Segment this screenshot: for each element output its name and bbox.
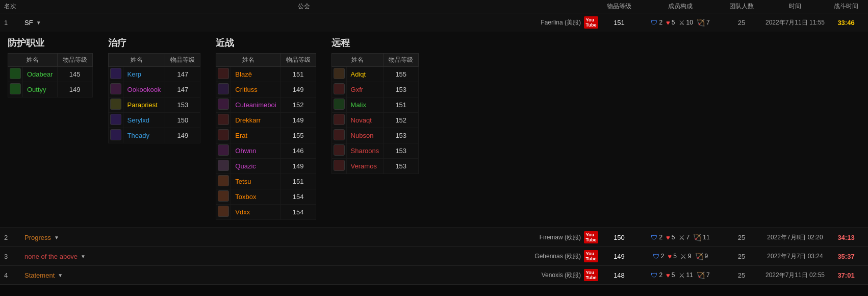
member-name[interactable]: Gxfr [346, 82, 384, 97]
ilvl-4: 148 [599, 272, 640, 279]
melee-title: 近战 [216, 37, 316, 49]
youtube-icon-2[interactable]: YouTube [583, 231, 599, 243]
tanks-col-name: 姓名 [8, 54, 58, 67]
member-name[interactable]: Novaqt [346, 113, 384, 128]
member-name[interactable]: Kerp [123, 67, 165, 82]
melee-count-4: 11 [686, 272, 693, 279]
class-icon [110, 129, 121, 140]
date-2: 2022年7月8日 02:20 [762, 233, 828, 242]
member-name[interactable]: Parapriest [123, 97, 165, 113]
member-name[interactable]: Nubson [346, 128, 384, 143]
member-ilvl: 149 [57, 82, 92, 97]
melee-count-3: 9 [688, 253, 692, 260]
shield-icon-1: 🛡 [651, 19, 657, 27]
member-icon-cell [108, 97, 123, 113]
melee-count-1: 10 [686, 19, 693, 26]
guild-name-1: SF ▼ [24, 19, 303, 27]
member-name[interactable]: Outtyy [23, 82, 58, 97]
guild-dropdown-3[interactable]: ▼ [81, 254, 86, 259]
table-row: Toxbox154 [216, 189, 316, 205]
guild-dropdown-4[interactable]: ▼ [58, 273, 63, 278]
rank-number-4: 4 [4, 272, 24, 279]
bow-icon-2: 🏹 [693, 234, 701, 241]
server-2: Firemaw (欧服) [303, 233, 584, 242]
member-name[interactable]: Erat [231, 128, 280, 143]
yt-btn-1[interactable]: YouTube [584, 16, 599, 29]
range-count-4: 7 [706, 272, 710, 279]
rank-row-3: 3 none of the above ▼ Gehennas (欧服) YouT… [0, 247, 868, 266]
guild-dropdown-1[interactable]: ▼ [36, 20, 41, 26]
member-icon-cell [216, 128, 231, 143]
table-row: Gxfr153 [331, 82, 419, 97]
bow-icon-3: 🏹 [695, 253, 703, 260]
member-icon-cell [331, 143, 346, 159]
member-name[interactable]: Drekkarr [231, 113, 280, 128]
server-4: Venoxis (欧服) [303, 271, 584, 280]
member-ilvl: 151 [384, 97, 419, 113]
youtube-icon-1[interactable]: YouTube [583, 16, 599, 29]
header-guild: 公会 [24, 2, 583, 11]
range-table: 姓名 物品等级 Adiqt155Gxfr153Malix151Novaqt152… [331, 53, 419, 174]
class-icon [334, 68, 345, 79]
member-icon-cell [216, 143, 231, 159]
member-name[interactable]: Vdxx [231, 205, 280, 220]
healers-col-ilvl: 物品等级 [165, 54, 200, 67]
member-name[interactable]: Sharoons [346, 143, 384, 159]
rank-row-1: 1 SF ▼ Faerlina (美服) YouTube 151 🛡 2 ♥ 5… [0, 13, 868, 32]
member-name[interactable]: Toxbox [231, 189, 280, 205]
member-name[interactable]: Veramos [346, 159, 384, 174]
class-icon [218, 83, 229, 94]
member-name[interactable]: Odabear [23, 67, 58, 82]
header-ilvl: 物品等级 [599, 2, 640, 11]
member-name[interactable]: Blazē [231, 67, 280, 82]
guild-dropdown-2[interactable]: ▼ [54, 235, 59, 240]
size-2: 25 [721, 234, 762, 241]
table-row: Tetsu151 [216, 174, 316, 189]
member-ilvl: 147 [165, 82, 200, 97]
table-header: 名次 公会 物品等级 成员构成 团队人数 时间 战斗时间 [0, 0, 868, 13]
range-section: 远程 姓名 物品等级 Adiqt155Gxfr153Malix151Novaqt… [331, 37, 419, 220]
table-row: Quazic149 [216, 159, 316, 174]
youtube-icon-3[interactable]: YouTube [583, 250, 599, 262]
heart-icon-1: ♥ [666, 19, 670, 27]
yt-btn-2[interactable]: YouTube [584, 231, 599, 243]
header-time: 时间 [762, 2, 828, 11]
rank-row-2: 2 Progress ▼ Firemaw (欧服) YouTube 150 🛡 … [0, 228, 868, 247]
class-icon [334, 129, 345, 140]
table-row: Drekkarr149 [216, 113, 316, 128]
member-ilvl: 147 [165, 67, 200, 82]
member-name[interactable]: Serylxd [123, 113, 165, 128]
server-3: Gehennas (欧服) [303, 252, 584, 261]
member-ilvl: 153 [384, 159, 419, 174]
yt-btn-4[interactable]: YouTube [584, 269, 599, 281]
sword-icon-3: ⚔ [680, 253, 686, 260]
member-name[interactable]: Adiqt [346, 67, 384, 82]
yt-btn-3[interactable]: YouTube [584, 250, 599, 262]
comp-3: 🛡 2 ♥ 5 ⚔ 9 🏹 9 [640, 253, 721, 260]
member-name[interactable]: Theady [123, 128, 165, 143]
member-name[interactable]: Ookookook [123, 82, 165, 97]
class-icon [110, 68, 121, 79]
member-ilvl: 149 [280, 82, 316, 97]
guild-name-4: Statement ▼ [24, 272, 303, 279]
member-ilvl: 155 [280, 128, 316, 143]
member-icon-cell [216, 113, 231, 128]
member-name[interactable]: Tetsu [231, 174, 280, 189]
member-name[interactable]: Ohwnn [231, 143, 280, 159]
guild-label-3: none of the above [24, 253, 78, 260]
table-row: Serylxd150 [108, 113, 200, 128]
guild-label-4: Statement [24, 272, 55, 279]
member-name[interactable]: Cuteanimeboi [231, 97, 280, 113]
member-name[interactable]: Critiuss [231, 82, 280, 97]
youtube-icon-4[interactable]: YouTube [583, 269, 599, 281]
member-name[interactable]: Malix [346, 97, 384, 113]
class-icon [218, 129, 229, 140]
server-1: Faerlina (美服) [303, 18, 584, 27]
member-icon-cell [216, 189, 231, 205]
member-icon-cell [8, 67, 23, 82]
class-icon [10, 68, 21, 79]
member-ilvl: 154 [280, 205, 316, 220]
range-col-name: 姓名 [331, 54, 384, 67]
member-name[interactable]: Quazic [231, 159, 280, 174]
range-col-ilvl: 物品等级 [384, 54, 419, 67]
